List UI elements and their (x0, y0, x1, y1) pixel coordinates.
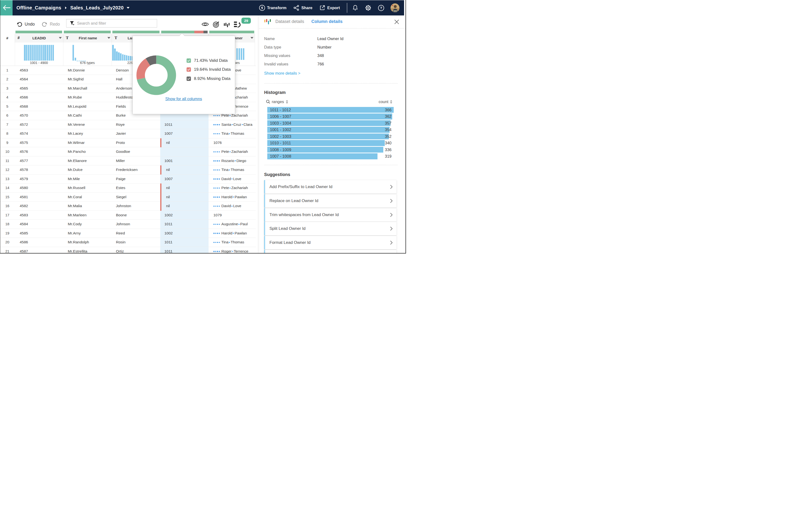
settings-button[interactable] (365, 5, 371, 11)
missing-checkbox[interactable] (187, 76, 191, 81)
row-index[interactable]: 6 (0, 111, 15, 120)
column-quality-strip-first_name[interactable] (64, 31, 111, 34)
cell-last-name[interactable]: Reed (116, 229, 125, 238)
cell-lead-owner[interactable]: DavidLove (213, 202, 241, 211)
sort-ranges-icon[interactable] (286, 100, 288, 104)
column-quality-strip-last_name[interactable] (112, 31, 159, 34)
cell-first-name[interactable]: Mr.Russell (68, 183, 85, 193)
row-index[interactable]: 16 (0, 202, 15, 211)
close-panel-icon[interactable] (394, 19, 399, 24)
cell-first-name[interactable]: Mr.Dulce (68, 165, 83, 175)
column-menu-caret-icon[interactable] (250, 37, 254, 39)
cell-lead-owner[interactable]: 1076 (213, 138, 221, 148)
column-header-first_name[interactable]: TFirst name (63, 34, 112, 43)
cell-leadid[interactable]: 4585 (20, 229, 28, 238)
help-button[interactable]: ? (378, 5, 384, 11)
row-index[interactable]: 12 (0, 165, 15, 175)
cell-leadid[interactable]: 4581 (20, 193, 28, 202)
cell-lead-owner[interactable]: RogerTerrence (213, 247, 248, 254)
cell-first-name[interactable]: Mr.Leupold (68, 102, 87, 111)
row-index[interactable]: 13 (0, 175, 15, 184)
cell-leadid[interactable]: 4582 (20, 202, 28, 211)
row-index[interactable]: 9 (0, 138, 15, 148)
cell-first-name[interactable]: Mr.Arny (68, 229, 81, 238)
cell-leadid[interactable]: 4575 (20, 138, 28, 148)
column-stats-icon[interactable] (224, 21, 230, 28)
valid-checkbox[interactable] (187, 58, 191, 63)
sort-count-icon[interactable] (390, 100, 393, 104)
row-index[interactable]: 8 (0, 129, 15, 138)
cell-last-name[interactable]: Siegel (116, 193, 126, 202)
column-header-leadid[interactable]: #LEADID (15, 34, 63, 43)
row-index[interactable]: 10 (0, 147, 15, 157)
cell-lead-owner[interactable]: HaroldPawlan (213, 193, 247, 202)
breadcrumb-folder[interactable]: Offline_Campaigns (16, 5, 61, 11)
cell-leadid[interactable]: 4583 (20, 211, 28, 220)
cell-leadid[interactable]: 4578 (20, 165, 28, 175)
undo-button[interactable]: Undo (16, 21, 35, 27)
preview-eye-icon[interactable] (202, 22, 209, 27)
cell-leadid[interactable]: 4580 (20, 183, 28, 193)
target-icon[interactable] (213, 21, 220, 28)
row-index[interactable]: 7 (0, 120, 15, 129)
row-index[interactable]: 5 (0, 102, 15, 111)
redo-button[interactable]: Redo (42, 21, 60, 27)
cell-first-name[interactable]: Mr.Cathi (68, 111, 82, 120)
dataset-dropdown-caret-icon[interactable] (126, 7, 130, 9)
suggestion-card-2[interactable]: Trim whitespaces from Lead Owner Id (264, 208, 397, 222)
cell-leadid[interactable]: 4570 (20, 111, 28, 120)
cell-leadid[interactable]: 4566 (20, 93, 28, 102)
cell-lead-owner-id[interactable]: nil (166, 165, 170, 175)
suggestion-card-3[interactable]: Split Lead Owner Id (264, 222, 397, 235)
cell-leadid[interactable]: 4564 (20, 75, 28, 84)
cell-lead-owner[interactable]: HaroldPawlan (213, 229, 247, 238)
cell-last-name[interactable]: Paige (116, 175, 126, 184)
cell-lead-owner-id[interactable]: 1011 (164, 247, 172, 254)
cell-lead-owner[interactable]: PeteZachariah (213, 183, 248, 193)
cell-first-name[interactable]: Mr.Cody (68, 220, 82, 229)
column-quality-strip-leadid[interactable] (15, 31, 62, 34)
cell-first-name[interactable]: Mr.Malia (68, 202, 82, 211)
cell-lead-owner-id[interactable]: 1007 (164, 129, 172, 138)
breadcrumb-dataset[interactable]: Sales_Leads_July2020 (70, 5, 124, 11)
cell-last-name[interactable]: Javier (116, 129, 126, 138)
cell-leadid[interactable]: 4584 (20, 220, 28, 229)
cell-last-name[interactable]: Proto (116, 138, 125, 148)
cell-first-name[interactable]: Mr.Mile (68, 175, 80, 184)
show-for-all-columns-link[interactable]: Show for all columns (133, 97, 235, 101)
row-index[interactable]: 20 (0, 238, 15, 247)
notifications-button[interactable] (352, 5, 358, 11)
cell-lead-owner[interactable]: TinaThomas (213, 165, 244, 175)
column-menu-caret-icon[interactable] (59, 37, 62, 39)
cell-lead-owner-id[interactable]: 1011 (164, 220, 172, 229)
cell-first-name[interactable]: Mr.Verene (68, 120, 85, 129)
row-index[interactable]: 1 (0, 66, 15, 75)
cell-last-name[interactable]: Goodloe (116, 147, 130, 157)
show-more-details-link[interactable]: Show more details > (264, 71, 300, 75)
histogram-count-header[interactable]: count (379, 100, 393, 104)
cell-lead-owner[interactable]: RozarioDiego (213, 157, 246, 166)
search-input[interactable] (77, 21, 157, 25)
suggestion-card-1[interactable]: Replace on Lead Owner Id (264, 194, 397, 208)
cell-last-name[interactable]: Huddleston (116, 93, 135, 102)
tab-column-details[interactable]: Column details (311, 19, 343, 24)
cell-first-name[interactable]: Mr.Pancho (68, 147, 86, 157)
export-button[interactable]: Export (319, 5, 340, 11)
row-index[interactable]: 11 (0, 157, 15, 166)
cell-last-name[interactable]: Anderson (116, 84, 132, 93)
cell-lead-owner[interactable]: AugustinePaul (213, 220, 248, 229)
cell-lead-owner[interactable]: TinaThomas (213, 129, 244, 138)
cell-first-name[interactable]: Mr.Donnie (68, 66, 85, 75)
back-button[interactable] (0, 0, 12, 15)
cell-lead-owner-id[interactable]: nil (166, 138, 170, 148)
cell-last-name[interactable]: Denson (116, 66, 129, 75)
cell-last-name[interactable]: Fields (116, 102, 126, 111)
cell-lead-owner-id[interactable]: 1011 (164, 238, 172, 247)
cell-last-name[interactable]: Fredericksen (116, 165, 138, 175)
cell-last-name[interactable]: Boone (116, 211, 127, 220)
cell-lead-owner-id[interactable]: 1002 (164, 211, 172, 220)
suggestion-card-0[interactable]: Add Prefix/Suffix to Lead Owner Id (264, 180, 397, 193)
column-histogram-leadid[interactable]: 1001 - 4900 (15, 43, 63, 66)
cell-last-name[interactable]: Hall (116, 75, 122, 84)
share-button[interactable]: Share (293, 5, 312, 11)
